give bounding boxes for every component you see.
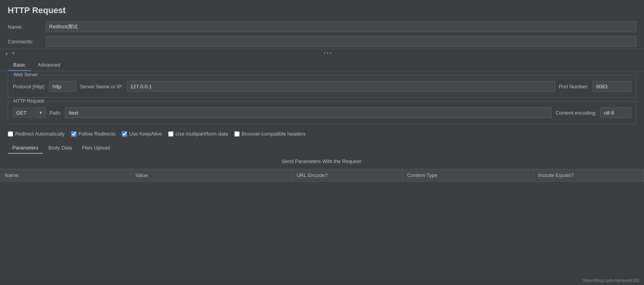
protocol-input[interactable] bbox=[49, 81, 76, 92]
col-header-urlencode: URL Encode? bbox=[292, 169, 402, 181]
web-server-section: Web Server Protocol [http]: Server Name … bbox=[8, 75, 636, 98]
server-input[interactable] bbox=[127, 81, 555, 92]
keepalive-label: Use KeepAlive bbox=[129, 131, 162, 137]
col-header-contenttype: Content-Type bbox=[402, 169, 533, 181]
sub-tab-files-upload[interactable]: Files Upload bbox=[77, 142, 114, 154]
protocol-label: Protocol [http]: bbox=[13, 84, 45, 89]
server-label: Server Name or IP: bbox=[80, 84, 123, 89]
checkbox-multipart: Use multipart/form-data bbox=[168, 131, 228, 137]
col-header-value: Value bbox=[131, 169, 292, 181]
port-label: Port Number: bbox=[559, 84, 589, 89]
divider-arrows: ▲ ▼ bbox=[4, 51, 16, 55]
web-server-row: Protocol [http]: Server Name or IP: Port… bbox=[13, 79, 631, 94]
browser-headers-checkbox[interactable] bbox=[234, 131, 240, 137]
main-tabs: Basic Advanced bbox=[0, 57, 644, 71]
col-header-includeequals: Include Equals? bbox=[533, 169, 644, 181]
sub-tab-parameters[interactable]: Parameters bbox=[8, 142, 43, 154]
multipart-checkbox[interactable] bbox=[168, 131, 174, 137]
checkbox-keepalive: Use KeepAlive bbox=[122, 131, 162, 137]
comments-row: Comments: bbox=[0, 34, 644, 49]
name-input[interactable] bbox=[46, 21, 636, 32]
port-input[interactable] bbox=[593, 81, 631, 92]
arrow-up-button[interactable]: ▲ bbox=[4, 51, 9, 55]
multipart-label: Use multipart/form-data bbox=[175, 131, 228, 137]
tab-advanced[interactable]: Advanced bbox=[32, 60, 66, 71]
comments-input[interactable] bbox=[46, 36, 636, 47]
http-request-legend: HTTP Request bbox=[12, 98, 46, 104]
http-request-section: HTTP Request GET POST PUT DELETE ▼ Path:… bbox=[8, 101, 636, 124]
keepalive-checkbox[interactable] bbox=[122, 131, 127, 137]
encoding-label: Content encoding: bbox=[555, 110, 596, 116]
name-row: Name: bbox=[0, 19, 644, 34]
checkbox-redirect-auto: Redirect Automatically bbox=[8, 131, 65, 137]
dropdown-arrow-icon: ▼ bbox=[36, 110, 45, 115]
checkbox-browser-headers: Browser-compatible headers bbox=[234, 131, 305, 137]
sub-tabs: Parameters Body Data Files Upload bbox=[0, 140, 644, 154]
divider-row: ▲ ▼ ••• bbox=[0, 49, 644, 57]
divider-dots: ••• bbox=[324, 50, 333, 56]
sub-tab-body-data[interactable]: Body Data bbox=[44, 142, 77, 154]
path-label: Path: bbox=[49, 110, 61, 116]
tab-basic[interactable]: Basic bbox=[8, 60, 31, 71]
name-label: Name: bbox=[8, 24, 43, 30]
follow-redirects-checkbox[interactable] bbox=[71, 131, 77, 137]
table-header-row: Name: Value URL Encode? Content-Type Inc… bbox=[0, 169, 644, 182]
web-server-legend: Web Server bbox=[12, 72, 39, 77]
checkbox-follow-redirects: Follow Redirects bbox=[71, 131, 116, 137]
browser-headers-label: Browser-compatible headers bbox=[242, 131, 305, 137]
col-header-name: Name: bbox=[0, 169, 131, 181]
redirect-auto-checkbox[interactable] bbox=[8, 131, 13, 137]
encoding-input[interactable] bbox=[600, 107, 631, 118]
redirect-auto-label: Redirect Automatically bbox=[15, 131, 65, 137]
content-area: Web Server Protocol [http]: Server Name … bbox=[0, 71, 644, 285]
params-header: Send Parameters With the Request: bbox=[0, 154, 644, 169]
follow-redirects-label: Follow Redirects bbox=[78, 131, 116, 137]
http-request-row: GET POST PUT DELETE ▼ Path: Content enco… bbox=[13, 105, 631, 120]
method-select[interactable]: GET POST PUT DELETE bbox=[13, 107, 36, 118]
page-title: HTTP Request bbox=[0, 0, 644, 19]
comments-label: Comments: bbox=[8, 39, 43, 45]
arrow-down-button[interactable]: ▼ bbox=[11, 51, 16, 55]
method-select-wrapper: GET POST PUT DELETE ▼ bbox=[13, 107, 46, 118]
footer-link: https://blog.csdn.net/quest101 bbox=[583, 278, 639, 283]
path-input[interactable] bbox=[65, 107, 552, 118]
http-request-panel: HTTP Request Name: Comments: ▲ ▼ ••• Bas… bbox=[0, 0, 644, 285]
checkboxes-row: Redirect Automatically Follow Redirects … bbox=[0, 128, 644, 140]
